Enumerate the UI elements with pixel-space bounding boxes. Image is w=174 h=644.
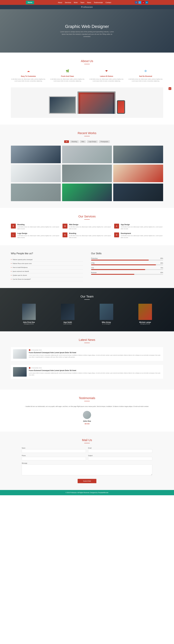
why-item-3: Ipsum euismod non blandit [11,270,83,273]
about-icon-0: ☁ [26,68,31,74]
filter-all[interactable]: All [64,140,69,143]
about-card-2: ❤ Labore Et Dolore Ut elit tellus luctus… [89,68,124,82]
team-role-3: Managing Director [127,323,163,324]
nav-item-contact[interactable]: Contact [106,1,111,4]
name-input[interactable] [22,449,86,453]
mockup-laptop-center [77,92,116,114]
service-icon-branding: B [11,224,16,228]
phone-input[interactable] [22,457,86,460]
email-input[interactable] [88,449,152,453]
mockup-phone-right [117,100,125,114]
about-card-0: ☁ Easy To Customize Ut elit tellus luctu… [11,68,46,82]
filter-photo[interactable]: Photography [99,140,110,143]
why-item-0: Ratione quaerat porta consequat [11,258,83,262]
subject-input[interactable] [88,457,152,460]
news-image-1 [13,367,27,376]
team-member-2: Mike Airney Sr. UI Designer [88,304,124,324]
team-title: Our Team [11,295,163,298]
about-section: ▲ About Us ☁ Easy To Customize Ut elit t… [0,52,174,125]
services-title: Our Services [11,215,163,218]
skill-bar-fill-photoshop [91,260,149,260]
filter-branding[interactable]: Branding [70,140,79,143]
about-card-desc-1: Ut elit tellus luctus nec ullamcorper ma… [50,78,85,82]
service-icon-logo: L [11,232,16,237]
why-item-1: Ratione Risus enim ipsum nunc [11,262,83,266]
team-role-2: Sr. UI Designer [88,323,124,324]
news-title: Latest News [11,338,163,342]
filter-logo[interactable]: Logo Design [87,140,98,143]
facebook-icon[interactable]: f [135,1,138,4]
name-label: Name [22,447,86,449]
skill-bar-bg-photoshop [91,260,163,260]
about-card-desc-2: Ut elit tellus luctus nec ullamcorper ma… [89,78,124,82]
news-divider [84,343,90,343]
news-title-0: Fusce Euismod Consequat Ante Lorem Ipsum… [29,352,161,354]
about-card-title-3: Sed Do Eiusmod [128,75,163,77]
why-item-2: How to install Wordpress [11,266,83,270]
submit-button[interactable]: Submit Mail [78,479,96,483]
work-item-1[interactable] [11,146,61,163]
testimonials-divider [84,401,90,401]
nav-item-about[interactable]: About [58,1,62,4]
linkedin-icon[interactable]: in [145,1,148,4]
news-date-0: 20 November 2015 [31,349,42,351]
service-title-app: App Design [121,224,163,226]
service-icon-dev: D [114,232,119,237]
nav-item-team[interactable]: Team [80,1,84,4]
service-appdesign: A App Design Ut elit tellus luctus nec u… [114,224,163,230]
work-item-4[interactable] [11,164,61,182]
work-item-6[interactable] [113,164,163,182]
about-card-title-0: Easy To Customize [11,75,46,77]
why-skills-section: Why People like us? Ratione quaerat port… [0,245,174,288]
works-divider [84,136,90,136]
service-title-branding: Branding [17,224,60,226]
message-label: Message [22,462,152,464]
skill-bar-bg-html [91,264,163,265]
works-title: Recent Works [11,132,163,135]
why-item-4: Quidam quia hic diceret [11,273,83,277]
works-grid [11,146,163,201]
service-logodesign: L Logo Design Ut elit tellus luctus nec … [11,232,60,238]
team-member-1: Jaye Smith Lead Developer [50,304,86,324]
news-date-1: 25 November 2015 [31,367,42,368]
work-item-2[interactable] [62,146,112,163]
skills-column: Our Skills Photoshop 80% HTML 90% [91,252,163,281]
service-title-dev: Development [121,232,163,234]
nav-item-news[interactable]: News [87,1,91,4]
service-desc-branding2: Ut elit tellus luctus nec ullamcorper ma… [69,235,112,238]
about-card-3: ⚙ Sed Do Eiusmod Ut elit tellus luctus n… [128,68,163,82]
nav-item-work[interactable]: Work [74,1,78,4]
work-item-5[interactable] [62,164,112,182]
skill-percent-illustrator: 60% [160,272,163,273]
testimonial-name: John Doe [16,420,158,422]
work-item-3[interactable] [113,146,163,163]
filter-web[interactable]: Web [80,140,86,143]
nav-item-services[interactable]: Services [65,1,71,4]
news-meta-1: 25 November 2015 [29,367,161,369]
nav-item-testimonials[interactable]: Testimonials [94,1,103,4]
form-phone-group: Phone [22,455,86,460]
scroll-top-button[interactable]: ▲ [168,87,171,90]
team-photo-3 [138,304,152,320]
works-filters: All Branding Web Logo Design Photography [11,140,163,143]
form-message-group: Message [22,462,152,475]
hero-section: Graphic Web Designer Lorem Ipsum is simp… [0,9,174,52]
nav-logo[interactable]: Home [26,1,34,4]
work-item-7[interactable] [11,184,61,201]
message-textarea[interactable] [22,464,152,475]
work-item-8[interactable] [62,184,112,201]
news-date-icon-0 [29,349,30,351]
team-photo-0 [22,304,36,320]
work-item-9[interactable] [113,184,163,201]
form-name-group: Name [22,447,86,453]
navbar: Home About Services Work Team News Testi… [0,0,174,5]
skill-bar-fill-html [91,264,156,265]
skill-illustrator: Illustrator 60% [91,272,163,275]
header-banner: Profession [0,5,174,9]
service-webdesign: W Web Design Ut elit tellus luctus nec u… [62,224,112,230]
skill-label-css: CSS [91,267,94,269]
about-cards: ☁ Easy To Customize Ut elit tellus luctu… [11,68,163,82]
pinterest-icon[interactable]: p [142,1,145,4]
team-section: Our Team John Firmi Doe Managing Directo… [0,288,174,331]
twitter-icon[interactable]: t [138,1,141,4]
